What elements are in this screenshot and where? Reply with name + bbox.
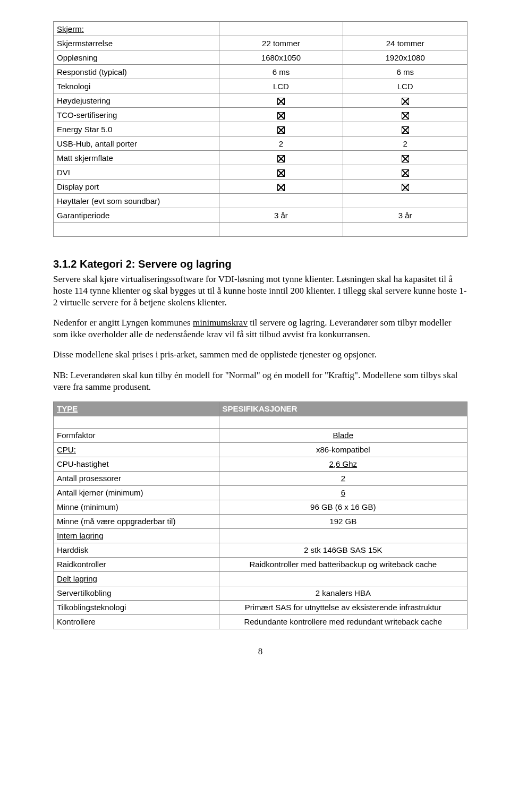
table-row-value [219,165,343,180]
table-row-value [219,151,343,165]
spec-row-label: Tilkoblingsteknologi [54,600,219,614]
checkbox-checked-icon [402,169,409,177]
checkbox-checked-icon [277,155,285,163]
table-row-value [219,122,343,136]
page-number: 8 [53,646,468,657]
table-row-label: Oppløsning [54,50,219,65]
spec-row-value: 2 kanalers HBA [219,586,467,600]
para-3: Disse modellene skal prises i pris-arket… [53,349,468,361]
spec-row-value: 2,6 Ghz [219,457,467,471]
section-heading: 3.1.2 Kategori 2: Servere og lagring [53,258,468,270]
checkbox-checked-icon [277,184,285,191]
checkbox-checked-icon [402,126,409,134]
table2-header-right: SPESIFIKASJONER [223,404,298,413]
table-row-value: 22 tommer [219,36,343,50]
spec-row-value: x86-kompatibel [219,442,467,457]
table-row-value: 3 år [343,208,468,223]
spec-row-label: Formfaktor [54,428,219,442]
table-row-label: Display port [54,180,219,194]
table-row-value [343,165,468,180]
spec-row-value: Blade [219,428,467,442]
table-row-label: Energy Star 5.0 [54,122,219,136]
table-row-value [343,108,468,122]
table-row-value: 1680x1050 [219,50,343,65]
spec-row-value: 192 GB [219,514,467,528]
spec-row-label: Minne (må være oppgraderbar til) [54,514,219,528]
table-row-label: USB-Hub, antall porter [54,136,219,151]
table-row-label: Høydejustering [54,93,219,108]
spec-row-label: Kontrollere [54,614,219,629]
table-row-value: 2 [343,136,468,151]
para-4: NB: Leverandøren skal kun tilby én model… [53,370,468,393]
table-row-value [343,93,468,108]
checkbox-checked-icon [402,184,409,191]
spec-row-label: Delt lagring [54,571,219,586]
table1-header: Skjerm: [57,24,84,33]
table-row-value: 24 tommer [343,36,468,50]
table-row-label: Skjermstørrelse [54,36,219,50]
spec-row-label: Raidkontroller [54,557,219,571]
table-row-value [219,180,343,194]
checkbox-checked-icon [277,112,285,119]
table-row-value [219,93,343,108]
para-1: Servere skal kjøre virtualiseringssoftwa… [53,273,468,309]
table-row-value: 2 [219,136,343,151]
table-row-value: LCD [343,79,468,93]
para-2: Nedenfor er angitt Lyngen kommunes minim… [53,317,468,340]
checkbox-checked-icon [402,98,409,105]
spec-row-value [219,571,467,586]
spec-row-value: Raidkontroller med batteribackup og writ… [219,557,467,571]
spec-row-label: CPU: [54,442,219,457]
server-spec-table: TYPE SPESIFIKASJONER FormfaktorBladeCPU:… [53,401,468,629]
spec-row-value: 96 GB (6 x 16 GB) [219,500,467,514]
table-row-value [343,151,468,165]
table-row-value [219,194,343,208]
table-row-label: Responstid (typical) [54,65,219,79]
spec-row-label: CPU-hastighet [54,457,219,471]
screen-spec-table: Skjerm: Skjermstørrelse22 tommer24 tomme… [53,21,468,237]
table-row-label: Garantiperiode [54,208,219,223]
checkbox-checked-icon [277,126,285,134]
spec-row-label: Antall kjerner (minimum) [54,485,219,500]
table-row-label: Matt skjermflate [54,151,219,165]
spec-row-value: 6 [219,485,467,500]
spec-row-label: Servertilkobling [54,586,219,600]
table-row-value: 3 år [219,208,343,223]
table-row-value: 1920x1080 [343,50,468,65]
checkbox-checked-icon [402,112,409,119]
checkbox-checked-icon [402,155,409,163]
spec-row-value: 2 stk 146GB SAS 15K [219,543,467,557]
table2-header-left: TYPE [57,404,78,413]
table-row-label: Teknologi [54,79,219,93]
spec-row-value: 2 [219,471,467,485]
table-row-label: Høyttaler (evt som soundbar) [54,194,219,208]
spec-row-value: Redundante kontrollere med redundant wri… [219,614,467,629]
spec-row-label: Harddisk [54,543,219,557]
checkbox-checked-icon [277,169,285,177]
table-row-label: DVI [54,165,219,180]
spec-row-label: Intern lagring [54,528,219,543]
table-row-value: 6 ms [219,65,343,79]
spec-row-value [219,528,467,543]
table-row-value: LCD [219,79,343,93]
table-row-value [343,180,468,194]
table-row-value [219,108,343,122]
checkbox-checked-icon [277,98,285,105]
table-row-value [343,122,468,136]
table-row-value: 6 ms [343,65,468,79]
spec-row-label: Minne (minimum) [54,500,219,514]
spec-row-value: Primært SAS for utnyttelse av eksisteren… [219,600,467,614]
table-row-value [343,194,468,208]
table-row-label: TCO-sertifisering [54,108,219,122]
spec-row-label: Antall prosessorer [54,471,219,485]
